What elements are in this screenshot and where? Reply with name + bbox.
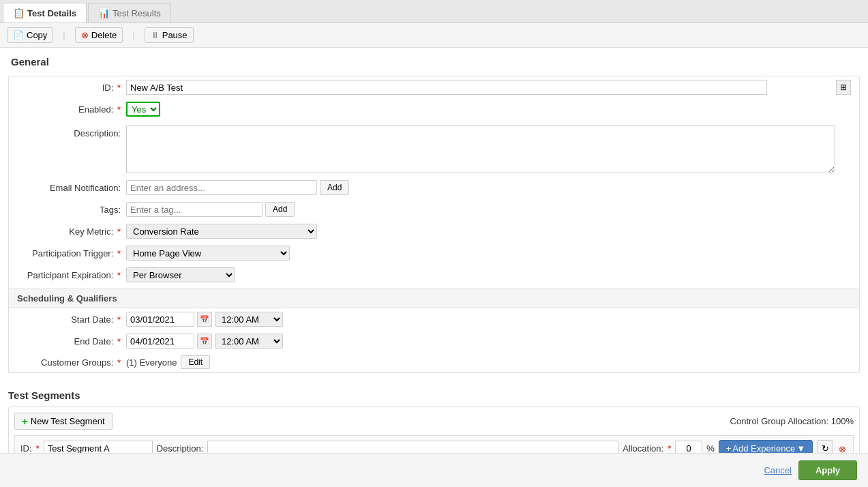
enabled-select[interactable]: Yes No <box>126 102 160 117</box>
start-date-input[interactable] <box>126 312 194 327</box>
end-date-input[interactable] <box>126 334 194 349</box>
pct-label: % <box>706 443 715 454</box>
email-input[interactable] <box>126 180 317 195</box>
expiration-required: * <box>117 270 121 280</box>
email-notification-row: Email Notification: Add <box>9 177 859 198</box>
dropdown-arrow-icon: ▼ <box>796 443 805 454</box>
customer-groups-required: * <box>117 357 121 368</box>
enabled-label: Enabled: * <box>17 104 126 115</box>
pause-label: Pause <box>162 30 188 40</box>
segment-desc-label: Description: <box>157 443 204 454</box>
plus-exp-icon: + <box>726 443 732 454</box>
test-details-icon: 📋 <box>13 8 25 18</box>
control-group-allocation-text: Control Group Allocation: 100% <box>730 416 854 426</box>
add-tag-button[interactable]: Add <box>265 202 295 217</box>
copy-button[interactable]: 📄 Copy <box>7 27 53 43</box>
bottom-bar: Cancel Apply <box>0 453 868 487</box>
start-date-label: Start Date: * <box>17 314 126 325</box>
customer-groups-edit-button[interactable]: Edit <box>181 355 210 369</box>
cancel-button[interactable]: Cancel <box>764 465 791 475</box>
segment-id-label: ID: <box>20 443 32 454</box>
refresh-icon: ↻ <box>822 443 829 454</box>
start-date-container: 📅 12:00 AM 12:30 AM 1:00 AM <box>126 312 283 327</box>
pause-button[interactable]: ⏸ Pause <box>145 27 194 43</box>
segments-title: Test Segments <box>8 384 860 407</box>
delete-icon: ⊗ <box>81 30 89 40</box>
copy-icon: 📄 <box>13 30 24 40</box>
pause-icon: ⏸ <box>151 30 160 40</box>
id-expand-button[interactable]: ⊞ <box>836 80 851 95</box>
segment-allocation-required: * <box>668 443 671 454</box>
test-results-icon: 📊 <box>98 8 110 18</box>
add-email-button[interactable]: Add <box>320 180 349 195</box>
end-date-row: End Date: * 📅 12:00 AM 12:30 AM 1:00 AM <box>9 330 859 352</box>
id-required: * <box>117 83 121 93</box>
separator-2: | <box>132 30 134 40</box>
scheduling-subsection: Scheduling & Qualifiers <box>9 289 859 308</box>
tab-test-details[interactable]: 📋 Test Details <box>3 3 87 23</box>
general-section-title: General <box>0 48 868 73</box>
participation-trigger-row: Participation Trigger: * Home Page View … <box>9 242 859 264</box>
end-date-container: 📅 12:00 AM 12:30 AM 1:00 AM <box>126 334 283 349</box>
tags-input[interactable] <box>126 202 263 217</box>
key-metric-select[interactable]: Conversion Rate Revenue Click-Through Ra… <box>126 224 317 239</box>
start-date-row: Start Date: * 📅 12:00 AM 12:30 AM 1:00 A… <box>9 308 859 330</box>
description-textarea[interactable] <box>126 126 835 173</box>
start-date-required: * <box>117 314 121 325</box>
general-form: ID: * ⊞ Enabled: * Yes No Description: <box>8 76 860 373</box>
separator-1: | <box>63 30 65 40</box>
start-time-select[interactable]: 12:00 AM 12:30 AM 1:00 AM <box>215 312 283 327</box>
add-experience-label: Add Experience <box>732 443 795 454</box>
key-metric-required: * <box>117 226 121 237</box>
tab-test-details-label: Test Details <box>27 8 76 18</box>
email-row: Add <box>126 180 349 195</box>
plus-green-icon: + <box>22 415 28 427</box>
customer-groups-value: (1) Everyone <box>126 357 177 368</box>
trigger-required: * <box>117 248 121 259</box>
id-label: ID: * <box>17 83 126 93</box>
participant-expiration-label: Participant Expiration: * <box>17 270 126 280</box>
segment-id-required: * <box>36 443 40 454</box>
tab-test-results[interactable]: 📊 Test Results <box>88 3 171 23</box>
key-metric-row: Key Metric: * Conversion Rate Revenue Cl… <box>9 220 859 242</box>
toolbar: 📄 Copy | ⊗ Delete | ⏸ Pause <box>0 23 868 48</box>
id-row: ID: * ⊞ <box>9 76 859 98</box>
tab-bar: 📋 Test Details 📊 Test Results <box>0 0 868 23</box>
customer-groups-container: (1) Everyone Edit <box>126 355 210 369</box>
tags-row-inner: Add <box>126 202 295 217</box>
id-input[interactable] <box>126 80 767 95</box>
description-label: Description: <box>17 126 126 138</box>
end-date-calendar-button[interactable]: 📅 <box>197 334 212 349</box>
key-metric-label: Key Metric: * <box>17 226 126 237</box>
tags-row: Tags: Add <box>9 198 859 220</box>
enabled-row: Enabled: * Yes No <box>9 98 859 120</box>
segments-toolbar: + New Test Segment Control Group Allocat… <box>14 413 854 430</box>
customer-groups-row: Customer Groups: * (1) Everyone Edit <box>9 352 859 372</box>
end-date-required: * <box>117 336 121 346</box>
enabled-required: * <box>117 104 121 115</box>
apply-button[interactable]: Apply <box>798 460 857 480</box>
delete-button[interactable]: ⊗ Delete <box>75 27 123 43</box>
new-segment-button[interactable]: + New Test Segment <box>14 413 113 430</box>
start-date-calendar-button[interactable]: 📅 <box>197 312 212 327</box>
participant-expiration-select[interactable]: Per Browser Per Session Per Visit <box>126 267 235 282</box>
end-date-label: End Date: * <box>17 336 126 346</box>
tab-test-results-label: Test Results <box>113 8 161 18</box>
new-segment-label: New Test Segment <box>31 416 105 426</box>
id-field-container: ⊞ <box>126 80 851 95</box>
participation-trigger-select[interactable]: Home Page View Product View Cart View <box>126 246 290 261</box>
participant-expiration-row: Participant Expiration: * Per Browser Pe… <box>9 264 859 286</box>
participation-trigger-label: Participation Trigger: * <box>17 248 126 259</box>
segment-allocation-label: Allocation: <box>623 443 663 454</box>
end-time-select[interactable]: 12:00 AM 12:30 AM 1:00 AM <box>215 334 283 349</box>
delete-label: Delete <box>91 30 117 40</box>
copy-label: Copy <box>27 30 47 40</box>
tags-label: Tags: <box>17 205 126 215</box>
description-row: Description: <box>9 120 859 177</box>
customer-groups-label: Customer Groups: * <box>17 357 126 368</box>
email-notification-label: Email Notification: <box>17 183 126 193</box>
page-wrapper: 📋 Test Details 📊 Test Results 📄 Copy | ⊗… <box>0 0 868 487</box>
